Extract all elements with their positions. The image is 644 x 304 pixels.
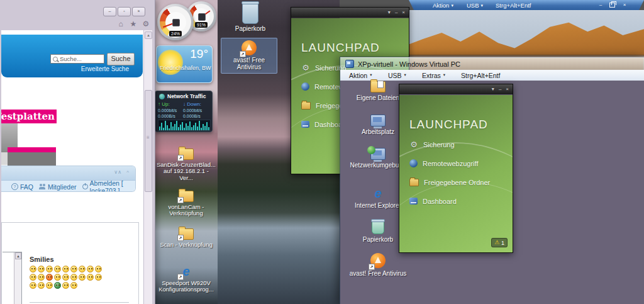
desktop-icon-vonlancam[interactable]: vonLanCam -Verknüpfung xyxy=(156,191,216,217)
options-button[interactable]: ▾ xyxy=(492,87,494,92)
avast-icon xyxy=(370,253,386,268)
faq-link[interactable]: ? FAQ xyxy=(11,183,33,191)
smiley-icon[interactable] xyxy=(70,274,77,281)
smiley-icon[interactable] xyxy=(54,266,61,273)
advanced-search-link[interactable]: Erweiterte Suche xyxy=(81,65,129,72)
minimize-button[interactable]: – xyxy=(103,7,116,16)
traffic-bar xyxy=(189,121,191,130)
desktop-icon-speedport[interactable]: e Speedport W920VKonfigurationsprog... xyxy=(156,264,216,293)
scroll-up-icon[interactable]: ▲ xyxy=(145,31,152,39)
up-bits: 0.000bit/s xyxy=(158,108,183,113)
minimize-button[interactable]: – xyxy=(596,1,605,8)
item-label: Freigegebene Ordner xyxy=(424,179,490,186)
menu-label: Aktion xyxy=(349,72,367,79)
home-icon[interactable]: ⌂ xyxy=(116,20,126,28)
search-button[interactable]: Suche xyxy=(107,53,135,65)
desktop-icon-avast-selected[interactable]: avast! Free Antivirus xyxy=(221,38,277,74)
desktop-icon-papierkorb[interactable]: Papierkorb xyxy=(221,1,279,33)
browser-scrollbar[interactable]: ▲ xyxy=(143,30,152,304)
smiley-icon[interactable] xyxy=(38,266,45,273)
close-button[interactable]: × xyxy=(620,1,629,8)
maximize-button[interactable]: ▫ xyxy=(118,7,131,16)
smiley-icon[interactable] xyxy=(95,274,102,281)
recycle-bin-icon xyxy=(372,219,384,234)
smiley-icon[interactable] xyxy=(70,266,77,273)
smiley-icon[interactable] xyxy=(38,282,45,289)
folder-shortcut-icon xyxy=(179,228,194,240)
smiley-icon[interactable] xyxy=(38,274,45,281)
options-button[interactable]: ▾ xyxy=(388,10,391,15)
smiley-icon[interactable] xyxy=(87,274,94,281)
smiley-icon[interactable] xyxy=(87,266,94,273)
gear-icon[interactable]: ⚙ xyxy=(141,20,151,28)
launchpad-item-dashboard[interactable]: Dashboard xyxy=(409,196,457,206)
scroll-up-icon[interactable]: ▲ xyxy=(15,252,21,259)
minimize-button[interactable]: – xyxy=(499,87,501,92)
computer-icon xyxy=(370,115,386,127)
warning-badge[interactable]: ⚠ 1 xyxy=(491,238,508,247)
network-traffic-gadget[interactable]: Network Traffic ↑ Up: ↓ Down: 0.000bit/s… xyxy=(155,91,213,132)
smiley-icon[interactable] xyxy=(30,266,36,273)
smiley-icon[interactable] xyxy=(62,282,69,289)
vpc-toolbar-aktion[interactable]: Aktion ▾ xyxy=(433,1,453,9)
launchpad-item-sicherung[interactable]: ⚙ Sicherung xyxy=(409,139,455,150)
item-label: Sicherung xyxy=(423,141,455,149)
up-bytes: 0.000B/s xyxy=(158,114,183,118)
traffic-bar xyxy=(187,126,189,130)
smiley-icon[interactable] xyxy=(46,274,53,281)
smiley-icon[interactable] xyxy=(46,282,53,289)
minimize-button[interactable]: – xyxy=(395,10,397,15)
close-button[interactable]: × xyxy=(132,7,145,16)
vpc-toolbar-usb[interactable]: USB ▾ xyxy=(467,1,483,9)
close-button[interactable]: × xyxy=(402,10,405,15)
star-icon[interactable]: ★ xyxy=(128,20,138,28)
search-input[interactable]: Suche... xyxy=(50,54,104,64)
menu-ctrlaltdel[interactable]: Strg+Alt+Entf xyxy=(461,71,500,79)
launchpad-title: LAUNCHPAD xyxy=(301,41,380,55)
xp-icon-avast[interactable]: avast! Free Antivirus xyxy=(348,253,408,277)
smiley-icon[interactable] xyxy=(62,266,69,273)
menu-extras[interactable]: Extras ▾ xyxy=(422,71,445,79)
smiley-icon[interactable] xyxy=(70,282,77,289)
smiley-icon[interactable] xyxy=(54,282,61,289)
traffic-bar xyxy=(165,121,166,130)
smiley-icon[interactable] xyxy=(46,266,53,273)
vm-titlebar[interactable]: XPp-virtuell - Windows Virtual PC xyxy=(340,57,644,70)
warning-icon: ⚠ xyxy=(494,240,499,245)
avast-icon xyxy=(242,40,257,55)
restore-button[interactable] xyxy=(608,1,616,8)
members-link[interactable]: Mitglieder xyxy=(39,183,77,191)
smilies-panel: Smilies xyxy=(30,256,133,289)
smiley-icon[interactable] xyxy=(79,266,86,273)
smiley-icon[interactable] xyxy=(30,274,36,281)
desktop-icon-sandisk[interactable]: SanDisk-CruzerBlad...auf 192.168.2.1 - V… xyxy=(156,149,216,181)
collapse-icon[interactable]: ∨∧ xyxy=(114,169,121,175)
gauge-value: 24% xyxy=(169,31,182,37)
weather-gadget[interactable]: 19° Friedrichshafen, BW xyxy=(156,45,213,83)
message-textarea[interactable]: ▲ xyxy=(3,252,22,304)
smiley-icon[interactable] xyxy=(30,282,36,289)
launchpad-item-remotewebzugriff[interactable]: Remotewebzugriff xyxy=(409,158,478,169)
logout-link[interactable]: Abmelden [ locke703 ] xyxy=(82,179,135,193)
network-orb-icon xyxy=(159,94,165,99)
vpc-toolbar-ctrlaltdel[interactable]: Strg+Alt+Entf xyxy=(496,1,531,9)
smiley-icon[interactable] xyxy=(54,274,61,281)
smiley-icon[interactable] xyxy=(62,274,69,281)
close-button[interactable]: × xyxy=(506,87,509,92)
launchpad-item-freigegebene-ordner[interactable]: Freigegebene Ordner xyxy=(409,177,490,188)
launchpad-title: LAUNCHPAD xyxy=(409,118,488,132)
search-placeholder: Suche... xyxy=(60,55,82,62)
textarea-scrollbar[interactable]: ▲ xyxy=(14,252,21,304)
menu-aktion[interactable]: Aktion ▾ xyxy=(349,71,372,79)
menu-usb[interactable]: USB ▾ xyxy=(388,71,406,79)
smiley-icon[interactable] xyxy=(79,274,86,281)
my-documents-icon xyxy=(370,81,386,93)
cpu-gauge[interactable]: 24% xyxy=(157,4,194,40)
desktop-icon-scan[interactable]: Scan - Verknüpfung xyxy=(156,228,216,248)
launchpad-titlebar[interactable]: ▾ – × xyxy=(291,8,409,18)
launchpad-titlebar[interactable]: ▾ – × xyxy=(399,84,513,94)
scrollbar-thumb[interactable] xyxy=(145,90,152,192)
expand-icon[interactable]: ^ xyxy=(126,169,129,175)
recycle-bin-icon xyxy=(242,1,258,24)
smiley-icon[interactable] xyxy=(95,266,102,273)
